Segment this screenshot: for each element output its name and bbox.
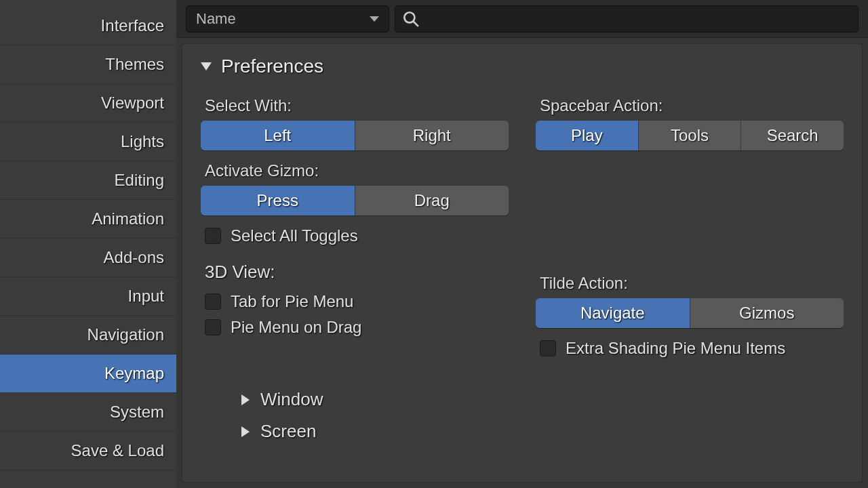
topbar: Name bbox=[176, 0, 868, 38]
preferences-window: Interface Themes Viewport Lights Editing… bbox=[0, 0, 868, 488]
sort-dropdown[interactable]: Name bbox=[186, 5, 389, 33]
tilde-action-segment: Navigate Gizmos bbox=[536, 298, 844, 328]
search-icon bbox=[402, 10, 420, 28]
right-column: Spacebar Action: Play Tools Search Tilde… bbox=[536, 92, 844, 365]
activate-gizmo-label: Activate Gizmo: bbox=[205, 161, 509, 180]
sub-section-label: Screen bbox=[260, 421, 316, 442]
sidebar-item-system[interactable]: System bbox=[0, 393, 176, 432]
select-all-toggles-checkbox[interactable] bbox=[205, 228, 221, 244]
disclosure-triangle-icon bbox=[241, 394, 250, 405]
select-with-right[interactable]: Right bbox=[355, 121, 509, 150]
sidebar-item-lights[interactable]: Lights bbox=[0, 123, 176, 161]
tilde-navigate[interactable]: Navigate bbox=[536, 298, 690, 328]
search-input[interactable] bbox=[395, 5, 859, 33]
svg-point-0 bbox=[404, 12, 414, 22]
chevron-down-icon bbox=[370, 16, 379, 22]
spacebar-search[interactable]: Search bbox=[741, 121, 844, 150]
3d-view-heading: 3D View: bbox=[205, 262, 509, 283]
sub-section-list: Window Screen bbox=[241, 384, 844, 447]
spacebar-action-label: Spacebar Action: bbox=[540, 96, 844, 115]
svg-line-1 bbox=[413, 21, 418, 26]
sub-section-label: Window bbox=[260, 389, 323, 410]
left-column: Select With: Left Right Activate Gizmo: … bbox=[201, 92, 509, 365]
disclosure-triangle-icon bbox=[201, 62, 212, 70]
preferences-panel: Preferences Select With: Left Right Acti… bbox=[182, 43, 863, 483]
activate-gizmo-press[interactable]: Press bbox=[201, 186, 355, 216]
sidebar-item-viewport[interactable]: Viewport bbox=[0, 84, 176, 123]
activate-gizmo-segment: Press Drag bbox=[201, 186, 509, 216]
pie-drag-checkbox[interactable] bbox=[205, 319, 221, 336]
sidebar-item-animation[interactable]: Animation bbox=[0, 200, 176, 239]
tab-pie-label: Tab for Pie Menu bbox=[231, 292, 353, 311]
disclosure-triangle-icon bbox=[241, 426, 250, 437]
preferences-header[interactable]: Preferences bbox=[201, 56, 844, 77]
sidebar-item-addons[interactable]: Add-ons bbox=[0, 239, 176, 277]
sub-section-window[interactable]: Window bbox=[241, 384, 844, 415]
extra-shading-row: Extra Shading Pie Menu Items bbox=[540, 339, 844, 358]
sidebar-item-themes[interactable]: Themes bbox=[0, 45, 176, 84]
sidebar-item-input[interactable]: Input bbox=[0, 277, 176, 316]
sidebar: Interface Themes Viewport Lights Editing… bbox=[0, 0, 176, 488]
activate-gizmo-drag[interactable]: Drag bbox=[355, 186, 509, 216]
sidebar-item-keymap[interactable]: Keymap bbox=[0, 354, 176, 393]
select-with-segment: Left Right bbox=[201, 121, 509, 150]
select-all-toggles-label: Select All Toggles bbox=[231, 226, 358, 245]
preferences-columns: Select With: Left Right Activate Gizmo: … bbox=[201, 92, 844, 365]
sidebar-item-navigation[interactable]: Navigation bbox=[0, 316, 176, 354]
select-all-toggles-row: Select All Toggles bbox=[205, 226, 509, 245]
tab-pie-row: Tab for Pie Menu bbox=[205, 292, 509, 311]
select-with-label: Select With: bbox=[205, 96, 509, 115]
tab-pie-checkbox[interactable] bbox=[205, 293, 221, 310]
sidebar-item-editing[interactable]: Editing bbox=[0, 161, 176, 200]
section-title: Preferences bbox=[221, 56, 323, 77]
sidebar-item-saveload[interactable]: Save & Load bbox=[0, 432, 176, 470]
select-with-left[interactable]: Left bbox=[201, 121, 355, 150]
sidebar-item-interface[interactable]: Interface bbox=[0, 7, 176, 45]
tilde-gizmos[interactable]: Gizmos bbox=[690, 298, 844, 328]
pie-drag-label: Pie Menu on Drag bbox=[231, 318, 361, 337]
extra-shading-label: Extra Shading Pie Menu Items bbox=[566, 339, 785, 358]
extra-shading-checkbox[interactable] bbox=[540, 340, 556, 357]
tilde-action-label: Tilde Action: bbox=[540, 274, 844, 293]
main-area: Name Preferences Select With: Left bbox=[176, 0, 868, 488]
sub-section-screen[interactable]: Screen bbox=[241, 415, 844, 447]
spacebar-play[interactable]: Play bbox=[536, 121, 639, 150]
spacebar-tools[interactable]: Tools bbox=[639, 121, 742, 150]
spacebar-action-segment: Play Tools Search bbox=[536, 121, 844, 150]
sort-dropdown-label: Name bbox=[196, 10, 236, 28]
pie-drag-row: Pie Menu on Drag bbox=[205, 318, 509, 337]
